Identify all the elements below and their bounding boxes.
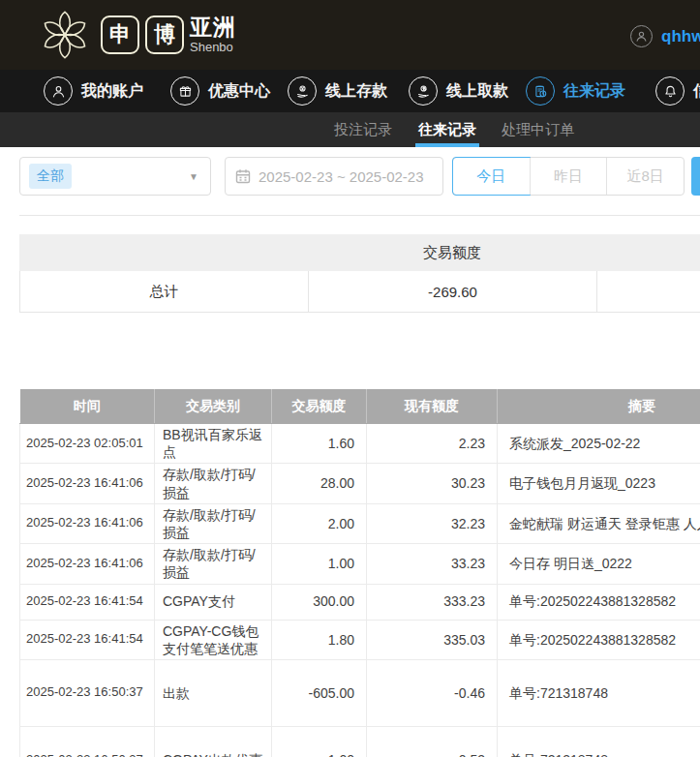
cell-summary: 单号:721318748 [498,726,700,757]
cell-summary: 系统派发_2025-02-22 [498,424,700,464]
summary-empty-cell [596,271,700,312]
cell-time: 2025-02-23 16:41:06 [20,544,155,584]
column-header: 时间 [20,389,155,424]
date-range-input[interactable]: 2025-02-23 ~ 2025-02-23 [225,157,443,196]
column-header: 现有额度 [367,389,498,424]
summary-total-value: -269.60 [308,271,596,312]
nav-item-label: 线上存款 [325,81,387,102]
cell-time: 2025-02-23 16:41:54 [20,584,155,620]
cell-time: 2025-02-23 16:50:37 [20,659,155,726]
cell-type: 存款/取款/打码/损益 [155,464,272,503]
nav-item-label: 信 [693,81,700,102]
brand-latin: Shenbo [190,41,236,53]
nav-item-deposit[interactable]: 线上存款 [288,70,387,112]
table-body: 2025-02-23 02:05:01BB视讯百家乐返点1.602.23系统派发… [20,424,700,757]
cell-type: BB视讯百家乐返点 [155,424,272,464]
flower-logo-icon [35,5,95,65]
cell-amount: -605.00 [272,659,367,726]
cell-summary: 金蛇献瑞 财运通天 登录钜惠 人人皆 [498,503,700,543]
avatar-icon [630,25,653,47]
nav-item-records[interactable]: 往来记录 [526,70,625,112]
cell-amount: 1.00 [272,544,367,584]
tab-bet-records[interactable]: 投注记录 [334,112,392,147]
nav-item-user[interactable]: 我的账户 [44,70,143,112]
cell-summary: 单号:202502243881328582 [498,620,700,659]
cell-balance: 0.53 [367,726,498,757]
cell-amount: 1.80 [272,620,367,659]
transactions-table: 时间交易类别交易额度现有额度摘要 2025-02-23 02:05:01BB视讯… [19,389,700,757]
cell-time: 2025-02-23 16:41:06 [20,503,155,543]
nav-item-label: 优惠中心 [208,81,270,102]
cell-amount: 300.00 [272,584,367,620]
summary-row-label: 总计 [19,271,308,312]
cell-type: 出款 [155,659,272,726]
nav-item-gift[interactable]: 优惠中心 [170,70,270,112]
date-range-value: 2025-02-23 ~ 2025-02-23 [259,168,424,185]
quick-button-yesterday[interactable]: 昨日 [530,158,607,195]
transactions-table-wrap: 时间交易类别交易额度现有额度摘要 2025-02-23 02:05:01BB视讯… [19,389,700,757]
cell-type: CGPAY支付 [155,584,272,620]
cell-balance: 30.23 [367,464,498,503]
table-row: 2025-02-23 16:41:06存款/取款/打码/损益1.0033.23今… [20,544,700,584]
column-header: 交易额度 [272,389,367,424]
table-row: 2025-02-23 16:41:06存款/取款/打码/损益2.0032.23金… [20,503,700,543]
table-row: 2025-02-23 16:41:06存款/取款/打码/损益28.0030.23… [20,464,700,503]
summary-column-header: 交易额度 [308,234,596,271]
nav-item-withdraw[interactable]: 线上取款 [409,70,508,112]
quick-button-last-8-days[interactable]: 近8日 [606,158,684,195]
cell-time: 2025-02-23 02:05:01 [20,424,155,464]
page: 申 博 亚洲 Shenbo qhhw 我的账户优惠中心线上存款线上取款往来记录信… [0,0,700,757]
brand-region: 亚洲 [190,16,236,39]
table-row: 2025-02-23 16:41:54CGPAY-CG钱包支付笔笔送优惠1.80… [20,620,700,659]
bell-icon [655,76,685,106]
table-header-row: 时间交易类别交易额度现有额度摘要 [20,389,700,424]
summary-total-row: 总计 -269.60 [19,271,700,313]
cell-time: 2025-02-23 16:41:54 [20,620,155,659]
username[interactable]: qhhw [661,27,700,46]
summary-header-row: 交易额度 [19,234,700,271]
nav-item-label: 线上取款 [446,81,508,102]
quick-button-today[interactable]: 今日 [452,157,531,196]
quick-date-buttons: 今日昨日近8日 [452,157,685,196]
cell-amount: 28.00 [272,464,367,503]
cell-type: CGPAY出款优惠 [155,726,272,757]
search-button[interactable] [691,157,700,196]
nav-item-bell[interactable]: 信 [655,70,700,112]
cell-time: 2025-02-23 16:41:06 [20,464,155,503]
cell-summary: 电子钱包月月返现_0223 [498,464,700,503]
divider [19,215,700,216]
cell-amount: 1.60 [272,424,367,464]
tab-transaction-records[interactable]: 往来记录 [418,112,476,147]
cell-summary: 单号:721318748 [498,659,700,726]
cell-time: 2025-02-23 16:50:37 [20,726,155,757]
withdraw-icon [409,76,438,106]
nav-item-label: 我的账户 [81,81,143,102]
column-header: 交易类别 [155,389,272,424]
summary-table: 交易额度 总计 -269.60 [19,234,700,313]
cell-amount: 2.00 [272,503,367,543]
cell-type: CGPAY-CG钱包支付笔笔送优惠 [155,620,272,659]
type-select-value: 全部 [29,164,72,189]
column-header: 摘要 [498,389,700,424]
tab-pending-orders[interactable]: 处理中订单 [502,112,574,147]
cell-type: 存款/取款/打码/损益 [155,544,272,584]
nav-item-label: 往来记录 [563,81,625,102]
gift-icon [170,76,199,106]
table-row: 2025-02-23 16:41:54CGPAY支付300.00333.23单号… [20,584,700,620]
cell-summary: 今日存 明日送_0222 [498,544,700,584]
cell-amount: 1.00 [272,726,367,757]
user-area[interactable]: qhhw [630,25,700,47]
cell-balance: -0.46 [367,659,498,726]
table-row: 2025-02-23 16:50:37出款-605.00-0.46单号:7213… [20,659,700,726]
calendar-icon [235,168,251,184]
type-select[interactable]: 全部 ▼ [19,157,211,196]
cell-balance: 333.23 [367,584,498,620]
brand-char-1: 申 [101,15,139,54]
records-icon [526,76,555,106]
brand-logo[interactable]: 申 博 亚洲 Shenbo [35,4,236,66]
deposit-icon [288,76,317,106]
cell-type: 存款/取款/打码/损益 [155,503,272,543]
table-row: 2025-02-23 16:50:37CGPAY出款优惠1.000.53单号:7… [20,726,700,757]
main-nav: 我的账户优惠中心线上存款线上取款往来记录信 [0,70,700,112]
tab-bar: 投注记录往来记录处理中订单 [0,112,700,147]
